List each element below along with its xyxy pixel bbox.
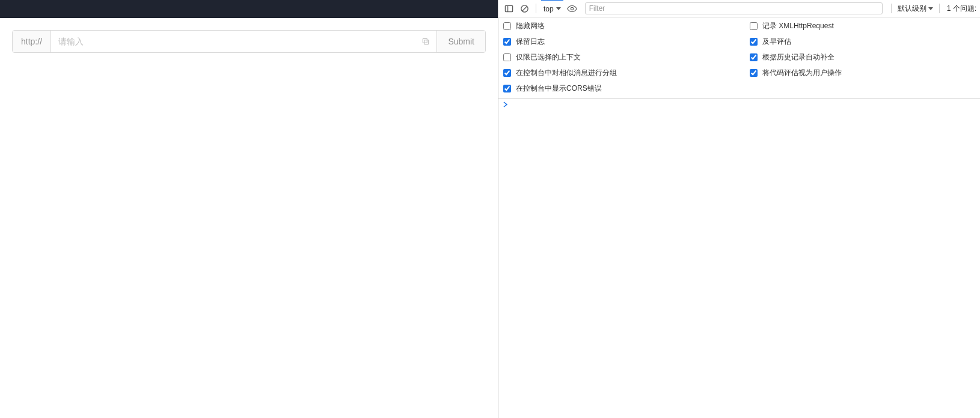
context-selector[interactable]: top bbox=[541, 0, 563, 17]
toolbar-separator bbox=[891, 4, 892, 13]
checkbox[interactable] bbox=[503, 85, 511, 92]
chevron-right-icon bbox=[503, 101, 508, 108]
setting-selected-context-only[interactable]: 仅限已选择的上下文 bbox=[503, 52, 750, 62]
svg-point-6 bbox=[571, 7, 574, 10]
log-level-selector[interactable]: 默认级别 bbox=[896, 4, 934, 14]
console-settings-panel: 隐藏网络 保留日志 仅限已选择的上下文 在控制台中对相似消息进行分组 在控制台中… bbox=[498, 17, 980, 99]
setting-label: 记录 XMLHttpRequest bbox=[762, 21, 834, 31]
devtools-pane: top 默认级别 1 个问题: 隐藏网络 保留日志 bbox=[498, 0, 980, 418]
submit-button[interactable]: Submit bbox=[436, 31, 485, 52]
issues-count[interactable]: 1 个问题: bbox=[945, 4, 976, 14]
setting-eager-eval[interactable]: 及早评估 bbox=[750, 37, 975, 47]
setting-log-xhr[interactable]: 记录 XMLHttpRequest bbox=[750, 21, 975, 31]
setting-preserve-log[interactable]: 保留日志 bbox=[503, 37, 750, 47]
setting-label: 保留日志 bbox=[516, 37, 545, 47]
checkbox[interactable] bbox=[503, 69, 511, 77]
setting-eval-user-action[interactable]: 将代码评估视为用户操作 bbox=[750, 68, 975, 78]
devtools-toolbar: top 默认级别 1 个问题: bbox=[498, 0, 980, 17]
setting-show-cors-errors[interactable]: 在控制台中显示CORS错误 bbox=[503, 83, 750, 94]
copy-icon[interactable] bbox=[415, 31, 436, 52]
toolbar-separator bbox=[536, 4, 536, 13]
checkbox[interactable] bbox=[750, 38, 758, 46]
checkbox[interactable] bbox=[503, 22, 511, 30]
checkbox[interactable] bbox=[503, 53, 511, 61]
checkbox[interactable] bbox=[503, 38, 511, 46]
setting-label: 将代码评估视为用户操作 bbox=[762, 68, 842, 78]
checkbox[interactable] bbox=[750, 69, 758, 77]
log-level-label: 默认级别 bbox=[898, 4, 926, 14]
toggle-sidebar-icon[interactable] bbox=[502, 2, 515, 15]
svg-rect-2 bbox=[505, 5, 512, 11]
page-header-bar bbox=[0, 0, 498, 18]
settings-col-left: 隐藏网络 保留日志 仅限已选择的上下文 在控制台中对相似消息进行分组 在控制台中… bbox=[503, 21, 750, 94]
checkbox[interactable] bbox=[750, 53, 758, 61]
page-body: http:// Submit bbox=[0, 18, 498, 65]
toolbar-separator bbox=[939, 4, 940, 13]
setting-label: 在控制台中对相似消息进行分组 bbox=[516, 68, 617, 78]
webpage-pane: http:// Submit bbox=[0, 0, 498, 418]
setting-label: 在控制台中显示CORS错误 bbox=[516, 83, 602, 94]
console-prompt[interactable] bbox=[503, 101, 975, 108]
url-input-group: http:// Submit bbox=[12, 30, 486, 53]
chevron-down-icon bbox=[556, 7, 561, 10]
setting-group-similar[interactable]: 在控制台中对相似消息进行分组 bbox=[503, 68, 750, 78]
url-input[interactable] bbox=[51, 31, 415, 52]
svg-rect-1 bbox=[423, 38, 427, 43]
filter-input[interactable] bbox=[585, 2, 883, 14]
svg-rect-0 bbox=[424, 40, 429, 44]
setting-label: 隐藏网络 bbox=[516, 21, 545, 31]
setting-hide-network[interactable]: 隐藏网络 bbox=[503, 21, 750, 31]
live-expression-icon[interactable] bbox=[566, 2, 579, 15]
clear-console-icon[interactable] bbox=[518, 2, 531, 15]
svg-line-5 bbox=[522, 6, 527, 11]
settings-col-right: 记录 XMLHttpRequest 及早评估 根据历史记录自动补全 将代码评估视… bbox=[750, 21, 975, 94]
url-prefix-label: http:// bbox=[13, 31, 51, 52]
setting-autocomplete-history[interactable]: 根据历史记录自动补全 bbox=[750, 52, 975, 62]
console-output[interactable] bbox=[498, 99, 980, 418]
setting-label: 及早评估 bbox=[762, 37, 791, 47]
chevron-down-icon bbox=[928, 7, 933, 10]
setting-label: 根据历史记录自动补全 bbox=[762, 52, 835, 62]
checkbox[interactable] bbox=[750, 22, 758, 30]
context-label: top bbox=[544, 5, 554, 13]
setting-label: 仅限已选择的上下文 bbox=[516, 52, 581, 62]
